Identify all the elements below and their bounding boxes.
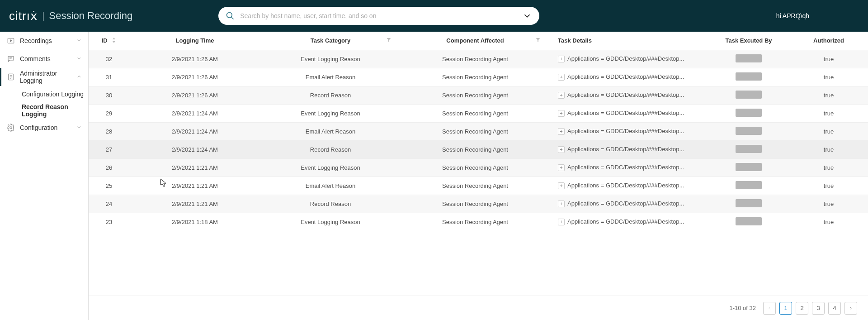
svg-marker-3	[10, 40, 12, 42]
cell-task-category: Event Logging Reason	[260, 104, 401, 122]
page-button-1[interactable]: 1	[779, 302, 792, 315]
table-header-row: ID Logging Time Task Category	[89, 32, 868, 50]
sidebar-item-administrator-logging[interactable]: Administrator Logging	[0, 68, 88, 86]
sidebar-sublabel: Configuration Logging	[22, 91, 84, 98]
pagination: 1-10 of 32 1 2 3 4	[89, 296, 868, 320]
page-next-button[interactable]	[844, 302, 857, 315]
sort-icon[interactable]	[112, 38, 116, 44]
col-logging-time[interactable]: Logging Time	[129, 32, 260, 50]
redacted-block	[736, 145, 762, 153]
cell-task-details: +Applications = GDDC/Desktop/###Desktop.…	[550, 213, 708, 231]
table-row[interactable]: 282/9/2021 1:24 AMEmail Alert ReasonSess…	[89, 122, 868, 140]
cell-logging-time: 2/9/2021 1:26 AM	[129, 86, 260, 104]
cell-task-executed-by	[708, 177, 789, 195]
cell-task-category: Record Reason	[260, 86, 401, 104]
cell-logging-time: 2/9/2021 1:24 AM	[129, 104, 260, 122]
col-task-details[interactable]: Task Details	[550, 32, 708, 50]
expand-button[interactable]: +	[558, 56, 565, 62]
search-box[interactable]	[218, 7, 539, 25]
expand-button[interactable]: +	[558, 164, 565, 171]
table-row[interactable]: 262/9/2021 1:21 AMEvent Logging ReasonSe…	[89, 158, 868, 177]
cell-authorized: true	[789, 158, 868, 177]
chevron-down-icon	[76, 37, 82, 44]
svg-marker-13	[387, 38, 391, 42]
cell-task-category: Event Logging Reason	[260, 158, 401, 177]
table-row[interactable]: 272/9/2021 1:24 AMRecord ReasonSession R…	[89, 140, 868, 158]
cell-task-executed-by	[708, 68, 789, 86]
expand-button[interactable]: +	[558, 182, 565, 189]
cell-component-affected: Session Recording Agent	[401, 195, 550, 213]
search-input[interactable]	[240, 12, 522, 19]
task-details-text: Applications = GDDC/Desktop/###Desktop..…	[567, 73, 684, 80]
play-icon	[6, 36, 15, 45]
cell-task-executed-by	[708, 122, 789, 140]
page-info: 1-10 of 32	[729, 305, 756, 311]
cell-task-details: +Applications = GDDC/Desktop/###Desktop.…	[550, 122, 708, 140]
table-row[interactable]: 232/9/2021 1:18 AMEvent Logging ReasonSe…	[89, 213, 868, 231]
expand-button[interactable]: +	[558, 92, 565, 99]
cell-component-affected: Session Recording Agent	[401, 177, 550, 195]
main-content: ID Logging Time Task Category	[89, 32, 868, 320]
page-button-3[interactable]: 3	[812, 302, 825, 315]
expand-button[interactable]: +	[558, 110, 565, 117]
task-details-text: Applications = GDDC/Desktop/###Desktop..…	[567, 182, 684, 189]
sidebar-item-recordings[interactable]: Recordings	[0, 32, 88, 50]
cell-component-affected: Session Recording Agent	[401, 213, 550, 231]
cell-task-category: Event Logging Reason	[260, 50, 401, 68]
sidebar-item-comments[interactable]: Comments	[0, 50, 88, 68]
chevron-up-icon	[76, 73, 82, 81]
expand-button[interactable]: +	[558, 128, 565, 135]
cell-task-category: Record Reason	[260, 195, 401, 213]
page-button-4[interactable]: 4	[828, 302, 841, 315]
cell-authorized: true	[789, 177, 868, 195]
table-row[interactable]: 312/9/2021 1:26 AMEmail Alert ReasonSess…	[89, 68, 868, 86]
cell-logging-time: 2/9/2021 1:21 AM	[129, 158, 260, 177]
sidebar-subitem-record-reason-logging[interactable]: Record Reason Logging	[0, 102, 88, 119]
expand-button[interactable]: +	[558, 146, 565, 153]
filter-icon[interactable]	[386, 37, 392, 44]
user-greeting[interactable]: hi APRQ\qh	[776, 12, 809, 19]
task-details-text: Applications = GDDC/Desktop/###Desktop..…	[567, 55, 684, 62]
logo-separator: |	[42, 10, 45, 22]
redacted-block	[736, 199, 762, 207]
expand-button[interactable]: +	[558, 74, 565, 81]
task-details-text: Applications = GDDC/Desktop/###Desktop..…	[567, 218, 684, 225]
filter-icon[interactable]	[535, 37, 541, 44]
chevron-down-icon[interactable]	[522, 11, 532, 21]
cell-logging-time: 2/9/2021 1:18 AM	[129, 213, 260, 231]
cell-task-executed-by	[708, 158, 789, 177]
task-details-text: Applications = GDDC/Desktop/###Desktop..…	[567, 110, 684, 116]
page-prev-button[interactable]	[763, 302, 776, 315]
page-button-2[interactable]: 2	[796, 302, 808, 315]
table-row[interactable]: 252/9/2021 1:21 AMEmail Alert ReasonSess…	[89, 177, 868, 195]
expand-button[interactable]: +	[558, 219, 565, 225]
table-row[interactable]: 322/9/2021 1:26 AMEvent Logging ReasonSe…	[89, 50, 868, 68]
cell-logging-time: 2/9/2021 1:26 AM	[129, 68, 260, 86]
cell-id: 26	[89, 158, 129, 177]
cell-task-details: +Applications = GDDC/Desktop/###Desktop.…	[550, 50, 708, 68]
table-row[interactable]: 242/9/2021 1:21 AMRecord ReasonSession R…	[89, 195, 868, 213]
table-row[interactable]: 302/9/2021 1:26 AMRecord ReasonSession R…	[89, 86, 868, 104]
cell-component-affected: Session Recording Agent	[401, 50, 550, 68]
cell-task-category: Email Alert Reason	[260, 177, 401, 195]
cell-component-affected: Session Recording Agent	[401, 122, 550, 140]
col-authorized[interactable]: Authorized	[789, 32, 868, 50]
cell-id: 23	[89, 213, 129, 231]
cell-authorized: true	[789, 104, 868, 122]
search-container	[218, 7, 539, 25]
sidebar-subitem-configuration-logging[interactable]: Configuration Logging	[0, 86, 88, 102]
redacted-block	[736, 163, 762, 171]
header: citrıẋ | Session Recording hi APRQ\qh	[0, 0, 868, 32]
col-task-category[interactable]: Task Category	[260, 32, 401, 50]
col-component-affected[interactable]: Component Affected	[401, 32, 550, 50]
sidebar-label: Configuration	[20, 124, 76, 131]
task-details-text: Applications = GDDC/Desktop/###Desktop..…	[567, 146, 684, 153]
redacted-block	[736, 72, 762, 81]
expand-button[interactable]: +	[558, 201, 565, 207]
cell-task-executed-by	[708, 213, 789, 231]
sidebar-item-configuration[interactable]: Configuration	[0, 119, 88, 137]
col-id[interactable]: ID	[89, 32, 129, 50]
redacted-block	[736, 54, 762, 62]
table-row[interactable]: 292/9/2021 1:24 AMEvent Logging ReasonSe…	[89, 104, 868, 122]
col-task-executed-by[interactable]: Task Excuted By	[708, 32, 789, 50]
